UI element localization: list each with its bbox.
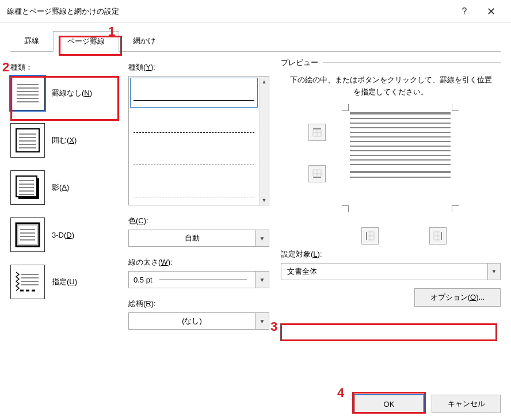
setting-shadow-label: 影(A) [52, 182, 69, 193]
setting-3d-icon [10, 217, 45, 252]
style-label: 種類(Y): [128, 62, 269, 72]
setting-3d-label: 3-D(D) [52, 231, 74, 239]
width-label: 線の太さ(W): [128, 257, 269, 268]
tab-borders[interactable]: 罫線 [10, 31, 53, 51]
style-item-dash3[interactable] [129, 173, 259, 205]
setting-box[interactable]: 囲む(X) [10, 123, 117, 158]
setting-none-icon [10, 76, 45, 110]
options-button[interactable]: オプション(O)... [414, 288, 501, 307]
setting-box-label: 囲む(X) [52, 135, 77, 146]
corner-mark [452, 205, 459, 212]
svg-rect-50 [441, 232, 442, 240]
annotation-number-4: 4 [337, 385, 344, 400]
close-button[interactable]: ✕ [478, 0, 504, 23]
setting-label: 種類： [10, 62, 117, 72]
tab-shading[interactable]: 網かけ [119, 31, 169, 51]
color-label: 色(C): [128, 216, 269, 226]
scroll-up-icon[interactable]: ▲ [260, 77, 269, 86]
setting-custom-icon [10, 265, 45, 299]
art-value: (なし) [129, 313, 255, 329]
style-item-dash1[interactable] [129, 109, 259, 141]
color-combo[interactable]: 自動 ▼ [128, 230, 269, 247]
preview-hint: 下の絵の中、またはボタンをクリックして、罫線を引く位置を指定してください。 [287, 74, 495, 98]
setting-shadow-icon [10, 170, 45, 205]
chevron-down-icon[interactable]: ▼ [255, 313, 269, 329]
width-preview-line [159, 280, 247, 280]
preview-legend: プレビュー [281, 58, 323, 68]
tab-bar: 罫線 ページ罫線 網かけ [10, 31, 501, 52]
preview-group: プレビュー 下の絵の中、またはボタンをクリックして、罫線を引く位置を指定してくだ… [281, 62, 501, 246]
style-scrollbar[interactable]: ▲ ▼ [259, 77, 269, 205]
style-item-dash2[interactable] [129, 141, 259, 173]
apply-label: 設定対象(L): [281, 249, 501, 259]
setting-box-icon [10, 123, 45, 158]
setting-none-label: 罫線なし(N) [52, 88, 92, 98]
width-combo[interactable]: 0.5 pt ▼ [128, 271, 269, 288]
border-top-button[interactable] [308, 124, 326, 141]
svg-rect-32 [313, 128, 321, 129]
art-label: 絵柄(R): [128, 299, 269, 309]
style-listbox[interactable]: ▲ ▼ [128, 76, 269, 205]
svg-rect-44 [366, 232, 367, 240]
svg-rect-13 [16, 176, 37, 197]
setting-custom[interactable]: 指定(U) [10, 265, 117, 299]
apply-combo[interactable]: 文書全体 ▼ [281, 263, 501, 280]
color-value: 自動 [129, 230, 255, 246]
border-right-button[interactable] [429, 227, 447, 245]
window-title: 線種とページ罫線と網かけの設定 [7, 6, 451, 17]
chevron-down-icon[interactable]: ▼ [255, 230, 269, 246]
corner-mark [342, 104, 349, 111]
ok-button[interactable]: OK [354, 395, 424, 413]
setting-3d[interactable]: 3-D(D) [10, 217, 117, 252]
width-value: 0.5 pt [134, 276, 152, 284]
dialog-footer: OK キャンセル [354, 395, 501, 413]
corner-mark [342, 205, 349, 212]
tab-page-border[interactable]: ページ罫線 [53, 31, 119, 52]
chevron-down-icon[interactable]: ▼ [255, 272, 269, 288]
cancel-button[interactable]: キャンセル [432, 395, 501, 413]
border-left-button[interactable] [361, 227, 379, 245]
apply-value: 文書全体 [281, 264, 487, 280]
setting-shadow[interactable]: 影(A) [10, 170, 117, 205]
border-bottom-button[interactable] [308, 165, 326, 182]
corner-mark [452, 104, 459, 111]
scroll-down-icon[interactable]: ▼ [260, 195, 269, 205]
setting-custom-label: 指定(U) [52, 277, 77, 287]
art-combo[interactable]: (なし) ▼ [128, 312, 269, 330]
titlebar: 線種とページ罫線と網かけの設定 ? ✕ [0, 0, 511, 23]
svg-rect-19 [16, 223, 39, 246]
chevron-down-icon[interactable]: ▼ [487, 264, 500, 280]
svg-rect-20 [18, 225, 37, 245]
preview-page[interactable] [350, 112, 451, 204]
style-item-solid[interactable] [129, 77, 259, 109]
svg-rect-38 [313, 177, 321, 178]
preview-lines [350, 112, 451, 178]
help-button[interactable]: ? [451, 0, 478, 23]
setting-none[interactable]: 罫線なし(N) [10, 76, 117, 110]
